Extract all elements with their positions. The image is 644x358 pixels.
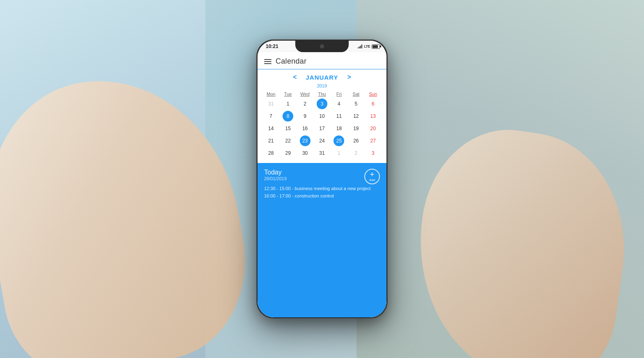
- events-section: Today 28/01/2019 + Add 12:30 - 15:00 - b…: [258, 163, 386, 317]
- cal-day-12[interactable]: 12: [347, 110, 364, 122]
- month-name: JANUARY: [306, 74, 338, 81]
- status-icons: LTE: [358, 44, 380, 49]
- day-header-tue: Tue: [279, 91, 296, 97]
- calendar-grid: 31 1 2 3 4 5 6 7 8 9 10 11 12 1: [262, 98, 382, 159]
- cal-day-3[interactable]: 3: [317, 99, 327, 109]
- menu-icon[interactable]: [264, 59, 271, 64]
- cal-day-1[interactable]: 1: [279, 98, 296, 110]
- battery-fill: [373, 45, 378, 48]
- prev-month-button[interactable]: <: [290, 73, 299, 82]
- cal-day-21[interactable]: 21: [262, 135, 279, 147]
- app-screen: Calendar < JANUARY > 2019 Mon Tue: [258, 52, 386, 317]
- day-header-thu: Thu: [313, 91, 330, 97]
- status-time: 10:21: [266, 44, 278, 49]
- cal-day-31-prev[interactable]: 31: [262, 98, 279, 110]
- cal-day-20[interactable]: 20: [365, 123, 382, 134]
- day-header-sun: Sun: [365, 91, 382, 97]
- phone-notch: [295, 41, 349, 52]
- cal-day-2-next[interactable]: 2: [347, 147, 364, 159]
- add-label: Add: [369, 179, 375, 182]
- day-header-wed: Wed: [297, 91, 313, 97]
- day-headers: Mon Tue Wed Thu Fri Sat Sun: [262, 91, 382, 97]
- cal-day-4[interactable]: 4: [331, 98, 347, 110]
- battery-icon: [372, 44, 380, 49]
- phone-device: 10:21 LTE Calend: [256, 39, 388, 319]
- today-label: Today: [264, 169, 380, 176]
- today-date: 28/01/2019: [264, 176, 380, 181]
- cal-day-1-next[interactable]: 1: [331, 147, 347, 159]
- cal-day-26[interactable]: 26: [347, 135, 364, 147]
- cal-day-14[interactable]: 14: [262, 123, 279, 134]
- cal-day-16[interactable]: 16: [297, 123, 313, 134]
- cal-day-30[interactable]: 30: [297, 147, 313, 159]
- year-label: 2019: [262, 83, 382, 88]
- cal-day-28[interactable]: 28: [262, 147, 279, 159]
- month-nav: < JANUARY >: [262, 73, 382, 82]
- cal-day-13[interactable]: 13: [365, 110, 382, 122]
- events-header: Today 28/01/2019: [264, 169, 380, 181]
- cal-day-17[interactable]: 17: [313, 123, 330, 134]
- add-event-button[interactable]: + Add: [364, 169, 380, 184]
- cal-day-31[interactable]: 31: [313, 147, 330, 159]
- event-item-2[interactable]: 16:00 - 17:00 - construction control: [264, 193, 380, 198]
- cal-day-11[interactable]: 11: [331, 110, 347, 122]
- app-title: Calendar: [276, 57, 306, 66]
- cal-day-25[interactable]: 25: [334, 135, 344, 146]
- app-header: Calendar: [258, 52, 386, 69]
- cal-day-5[interactable]: 5: [347, 98, 364, 110]
- cal-day-7[interactable]: 7: [262, 110, 279, 122]
- day-header-fri: Fri: [331, 91, 347, 97]
- lte-label: LTE: [364, 44, 370, 48]
- signal-icon: [358, 44, 362, 48]
- day-header-mon: Mon: [262, 91, 279, 97]
- cal-day-6[interactable]: 6: [365, 98, 382, 110]
- cal-day-2[interactable]: 2: [297, 98, 313, 110]
- day-header-sat: Sat: [347, 91, 364, 97]
- cal-day-3-next[interactable]: 3: [365, 147, 382, 159]
- cal-day-27[interactable]: 27: [365, 135, 382, 147]
- cal-day-24[interactable]: 24: [313, 135, 330, 147]
- cal-day-15[interactable]: 15: [279, 123, 296, 134]
- cal-day-18[interactable]: 18: [331, 123, 347, 134]
- cal-day-9[interactable]: 9: [297, 110, 313, 122]
- phone-screen: 10:21 LTE Calend: [258, 41, 386, 317]
- camera-dot: [320, 44, 324, 48]
- cal-day-22[interactable]: 22: [279, 135, 296, 147]
- cal-day-29[interactable]: 29: [279, 147, 296, 159]
- calendar-section: < JANUARY > 2019 Mon Tue Wed Thu Fri Sat…: [258, 69, 386, 163]
- event-item-1[interactable]: 12:30 - 15:00 - business meeting about a…: [264, 186, 380, 191]
- cal-day-10[interactable]: 10: [313, 110, 330, 122]
- add-plus-icon: +: [370, 171, 375, 178]
- next-month-button[interactable]: >: [345, 73, 353, 82]
- cal-day-19[interactable]: 19: [347, 123, 364, 134]
- cal-day-8[interactable]: 8: [283, 111, 293, 122]
- phone-wrapper: 10:21 LTE Calend: [256, 39, 388, 319]
- cal-day-23[interactable]: 23: [300, 135, 310, 146]
